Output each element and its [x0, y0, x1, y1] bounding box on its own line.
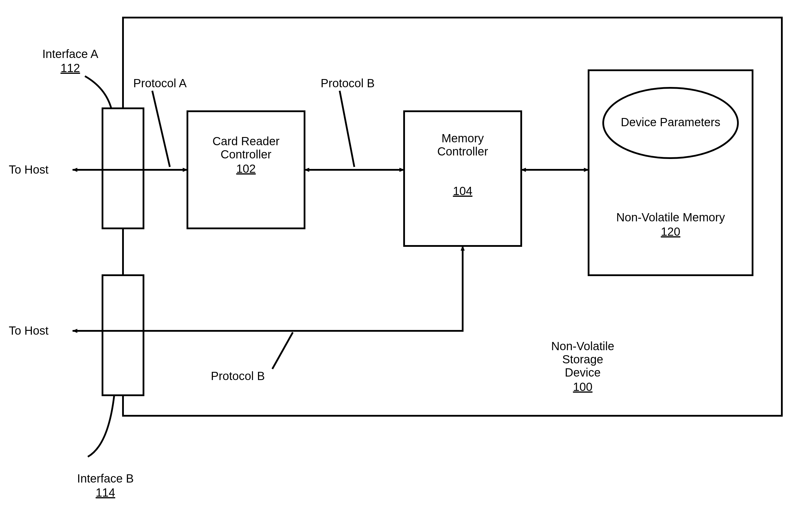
nvm-title: Non-Volatile Memory: [588, 211, 753, 224]
device-params-label: Device Parameters: [588, 116, 753, 129]
diagram-svg: [0, 0, 812, 520]
to-host-top: To Host: [9, 162, 49, 177]
interface-a-label-block: Interface A 112: [32, 47, 108, 75]
protocol-b-bottom-label: Protocol B: [211, 369, 265, 383]
svg-rect-5: [588, 70, 753, 275]
interface-a-label: Interface A: [32, 47, 108, 61]
interface-b-ref: 114: [67, 486, 143, 499]
device-line1: Non-Volatile: [536, 340, 630, 353]
svg-line-10: [152, 91, 170, 167]
card-reader-title2: Controller: [187, 148, 305, 161]
interface-b-label-block: Interface B 114: [67, 471, 143, 499]
interface-a-ref: 112: [32, 61, 108, 75]
memory-ctrl-title1: Memory: [404, 132, 521, 145]
memory-ctrl-ref: 104: [453, 184, 473, 198]
svg-line-11: [340, 91, 354, 167]
device-caption: Non-Volatile Storage Device 100: [536, 340, 630, 393]
to-host-bottom: To Host: [9, 323, 49, 338]
card-reader-title1: Card Reader: [187, 135, 305, 148]
device-line2: Storage: [536, 353, 630, 366]
svg-rect-1: [103, 108, 143, 228]
svg-line-12: [272, 332, 293, 369]
diagram-stage: Interface A 112 To Host To Host Interfac…: [0, 0, 812, 520]
protocol-b-top-label: Protocol B: [321, 76, 375, 90]
card-reader-ref: 102: [236, 162, 256, 175]
memory-ctrl-title2: Controller: [404, 145, 521, 158]
card-reader-block: Card Reader Controller 102: [187, 135, 305, 175]
svg-rect-2: [103, 275, 143, 395]
device-line3: Device: [536, 366, 630, 379]
nvm-ref: 120: [661, 225, 681, 238]
nvm-block: Non-Volatile Memory 120: [588, 211, 753, 238]
memory-controller-block: Memory Controller 104: [404, 132, 521, 198]
interface-b-label: Interface B: [67, 471, 143, 486]
device-ref: 100: [573, 380, 593, 393]
protocol-a-label: Protocol A: [133, 76, 186, 90]
